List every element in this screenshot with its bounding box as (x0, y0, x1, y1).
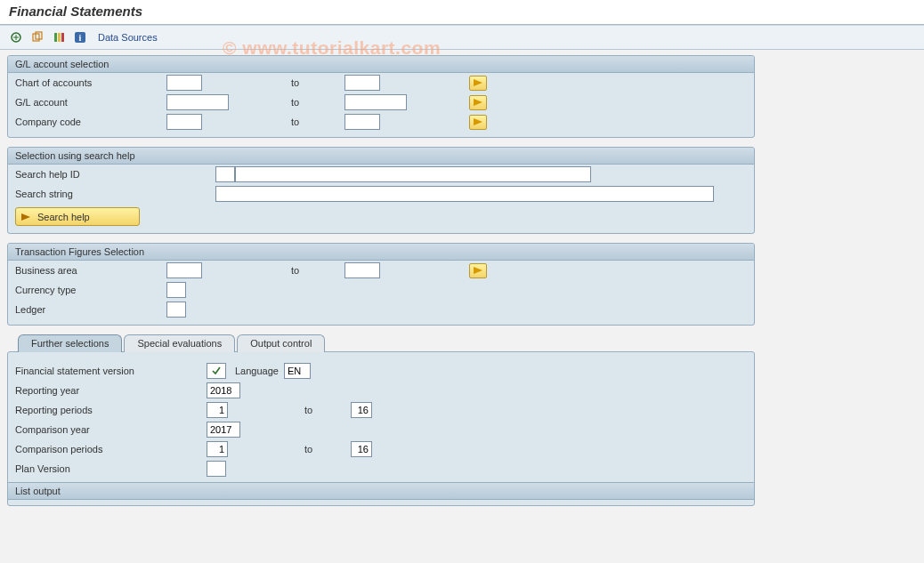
svg-marker-11 (474, 99, 482, 106)
reporting-year-input[interactable] (207, 382, 240, 398)
business-area-to[interactable] (344, 262, 380, 278)
toolbar: i Data Sources (0, 25, 924, 50)
gl-account-from[interactable] (166, 94, 229, 110)
search-help-button-label: Search help (37, 212, 90, 222)
search-help-id-desc[interactable] (235, 166, 591, 182)
multiple-selection-button[interactable] (469, 263, 487, 278)
to-label: to (291, 117, 344, 127)
tab-bar: Further selections Special evaluations O… (7, 334, 755, 352)
page-title: Financial Statements (0, 0, 924, 25)
to-label: to (291, 77, 344, 88)
search-help-button[interactable]: Search help (15, 207, 140, 226)
chart-of-accounts-from[interactable] (166, 75, 202, 91)
tab-output-control[interactable]: Output control (237, 334, 325, 352)
svg-marker-12 (474, 118, 482, 125)
ledger-label: Ledger (15, 304, 166, 315)
search-help-id-label: Search help ID (15, 169, 215, 180)
multiple-selection-button[interactable] (469, 95, 487, 110)
fsv-required-indicator[interactable] (207, 363, 226, 379)
business-area-label: Business area (15, 265, 166, 276)
gl-account-label: G/L account (15, 97, 166, 108)
currency-type-label: Currency type (15, 285, 166, 295)
data-sources-link[interactable]: Data Sources (98, 32, 158, 43)
transaction-figures-header: Transaction Figures Selection (8, 244, 754, 261)
list-output-header: List output (8, 482, 754, 500)
tab-further-selections[interactable]: Further selections (18, 334, 122, 352)
reporting-periods-from[interactable] (207, 402, 228, 418)
fsv-label: Financial statement version (15, 366, 207, 376)
chart-of-accounts-to[interactable] (344, 75, 380, 91)
svg-marker-14 (474, 267, 482, 274)
comparison-periods-label: Comparison periods (15, 444, 207, 454)
to-label: to (291, 97, 344, 108)
gl-account-panel: G/L account selection Chart of accounts … (7, 55, 755, 138)
multiple-selection-button[interactable] (469, 76, 487, 91)
search-help-id-code[interactable] (215, 166, 235, 182)
company-code-from[interactable] (166, 114, 202, 130)
execute-icon[interactable] (7, 28, 25, 46)
plan-version-label: Plan Version (15, 463, 207, 474)
gl-panel-header: G/L account selection (8, 56, 754, 73)
multiple-selection-button[interactable] (469, 115, 487, 130)
search-help-panel: Selection using search help Search help … (7, 147, 755, 234)
business-area-from[interactable] (166, 262, 202, 278)
get-variant-icon[interactable] (28, 28, 46, 46)
selection-options-icon[interactable] (50, 28, 68, 46)
comparison-periods-from[interactable] (207, 441, 228, 457)
comparison-periods-to[interactable] (351, 441, 372, 457)
reporting-periods-to[interactable] (351, 402, 372, 418)
ledger-input[interactable] (166, 302, 186, 318)
svg-rect-7 (61, 33, 64, 42)
search-string-input[interactable] (215, 186, 714, 202)
language-input[interactable] (284, 363, 311, 379)
search-string-label: Search string (15, 189, 215, 199)
chart-of-accounts-label: Chart of accounts (15, 77, 166, 88)
company-code-label: Company code (15, 117, 166, 127)
transaction-figures-panel: Transaction Figures Selection Business a… (7, 243, 755, 326)
svg-rect-6 (58, 33, 61, 42)
reporting-periods-label: Reporting periods (15, 405, 207, 415)
reporting-year-label: Reporting year (15, 385, 207, 396)
svg-marker-13 (21, 213, 30, 221)
search-help-header: Selection using search help (8, 148, 754, 165)
comparison-year-label: Comparison year (15, 424, 207, 435)
language-label: Language (235, 366, 279, 376)
tab-special-evaluations[interactable]: Special evaluations (124, 334, 235, 352)
tab-body: Financial statement version Language Rep… (7, 351, 755, 506)
comparison-year-input[interactable] (207, 422, 240, 438)
to-label: to (291, 265, 344, 276)
tab-container: Further selections Special evaluations O… (7, 334, 755, 506)
gl-account-to[interactable] (344, 94, 407, 110)
svg-marker-10 (474, 79, 482, 86)
to-label: to (269, 444, 351, 454)
svg-text:i: i (79, 33, 82, 43)
svg-rect-5 (54, 33, 57, 42)
company-code-to[interactable] (344, 114, 380, 130)
currency-type-input[interactable] (166, 282, 186, 298)
plan-version-input[interactable] (207, 461, 226, 477)
info-icon[interactable]: i (71, 28, 89, 46)
to-label: to (269, 405, 351, 415)
